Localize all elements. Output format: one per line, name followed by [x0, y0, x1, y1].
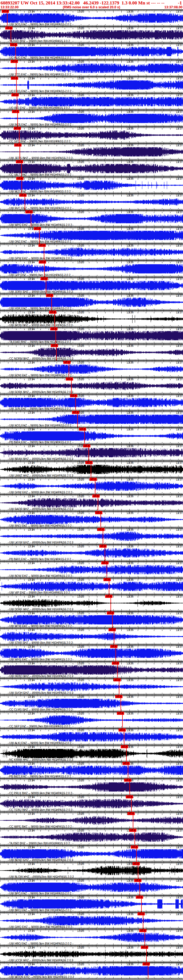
waveform-area[interactable] — [0, 431, 183, 441]
phase-pick-marker[interactable]: xT 4 — [85, 461, 93, 464]
waveform-area[interactable] — [0, 214, 183, 223]
channel-row-bro[interactable]: 13:3413:3513:3613:37 UW BRO EHZ -- 99999… — [0, 895, 183, 912]
channel-row-norm[interactable]: 13:3413:3513:3613:37 CC NORM BHZ -- 9999… — [0, 344, 183, 361]
waveform-canvas[interactable] — [0, 164, 183, 173]
phase-pick-marker[interactable]: xT 4 — [119, 729, 126, 732]
time-ruler[interactable]: 13:3413:3513:3613:37 — [0, 60, 183, 64]
waveform-area[interactable] — [0, 298, 183, 307]
channel-row-sep[interactable]: 13:3413:3513:3613:37 CC SEP EHZ -- 99999… — [0, 711, 183, 728]
waveform-canvas[interactable] — [0, 314, 183, 324]
channel-row-fris[interactable]: 13:3413:3513:3613:37 UO FRIS EHZ -- 9999… — [0, 76, 183, 93]
time-ruler[interactable]: 13:3413:3513:3613:37 — [0, 310, 183, 314]
waveform-area[interactable] — [0, 916, 183, 925]
waveform-area[interactable] — [0, 47, 183, 56]
phase-pick-marker[interactable]: xT 4 — [95, 511, 103, 514]
waveform-canvas[interactable] — [0, 765, 183, 775]
channel-row-lkvw[interactable]: 13:3413:3513:3613:37 UW LKVW EHZ -- 9999… — [0, 528, 183, 544]
channel-row-b004[interactable]: 13:3413:3513:3613:37 PB B004 EHZ -- 9999… — [0, 427, 183, 444]
phase-pick-marker[interactable]: xT 4 — [16, 177, 23, 180]
phase-pick-marker[interactable]: xT 4 — [133, 862, 140, 865]
time-ruler[interactable]: 13:3413:3513:3613:37 — [0, 76, 183, 80]
waveform-area[interactable] — [0, 264, 183, 274]
phase-pick-marker[interactable]: xT 4 — [34, 227, 41, 230]
time-ruler[interactable]: 13:3413:3513:3613:37 — [0, 862, 183, 866]
waveform-area[interactable] — [0, 682, 183, 691]
waveform-canvas[interactable] — [0, 899, 183, 909]
time-ruler[interactable]: 13:3413:3513:3613:37 — [0, 878, 183, 883]
waveform-canvas[interactable] — [0, 933, 183, 942]
channel-row-blow[interactable]: 13:3413:3513:3613:37 UW BLOW HHZ -- 9999… — [0, 862, 183, 878]
phase-pick-marker[interactable]: xT 4 — [39, 244, 46, 247]
phase-pick-marker[interactable]: xT 4 — [103, 578, 111, 581]
channel-row-std[interactable]: 13:3413:3513:3613:37 CC STD BHZ -- 99999… — [0, 126, 183, 143]
waveform-canvas[interactable] — [0, 64, 183, 73]
phase-pick-marker[interactable]: xT 4 — [11, 60, 18, 63]
phase-pick-marker[interactable]: xT 4 — [127, 812, 135, 815]
waveform-area[interactable] — [0, 632, 183, 641]
time-ruler[interactable]: 13:3413:3513:3613:37 — [0, 829, 183, 832]
time-ruler[interactable]: 13:3413:3513:3613:37 — [0, 126, 183, 130]
waveform-canvas[interactable] — [0, 715, 183, 725]
time-ruler[interactable]: 13:3413:3513:3613:37 — [0, 193, 183, 197]
waveform-area[interactable] — [0, 448, 183, 457]
phase-pick-marker[interactable]: xT 4 — [26, 210, 33, 213]
time-ruler[interactable]: 13:3413:3513:3613:37 — [0, 410, 183, 415]
time-ruler[interactable]: 13:3413:3513:3613:37 — [0, 277, 183, 281]
waveform-area[interactable] — [0, 665, 183, 675]
waveform-area[interactable] — [0, 197, 183, 207]
time-ruler[interactable]: 13:3413:3513:3613:37 — [0, 728, 183, 732]
channel-row-jun[interactable]: 13:3413:3513:3613:37 UW JUN EHZ -- 99999… — [0, 394, 183, 410]
waveform-area[interactable] — [0, 180, 183, 190]
channel-row-b003[interactable]: 13:3413:3513:3613:37 PB B003 EHZ -- 9999… — [0, 544, 183, 561]
waveform-area[interactable] — [0, 799, 183, 808]
time-ruler[interactable]: 13:3413:3513:3613:37 — [0, 795, 183, 799]
phase-pick-marker[interactable]: xT 4 — [79, 428, 86, 431]
phase-pick-marker[interactable]: xT 4 — [99, 545, 107, 548]
waveform-area[interactable] — [0, 114, 183, 123]
waveform-area[interactable] — [0, 816, 183, 825]
phase-pick-marker[interactable]: xT 4 — [5, 27, 13, 30]
phase-pick-marker[interactable]: xT 4 — [117, 712, 124, 715]
waveform-area[interactable] — [0, 164, 183, 173]
time-ruler[interactable]: 13:3413:3513:3613:37 — [0, 361, 183, 364]
phase-pick-marker[interactable]: xT 4 — [114, 678, 121, 681]
waveform-canvas[interactable] — [0, 749, 183, 758]
waveform-area[interactable] — [0, 13, 183, 23]
time-ruler[interactable]: 13:3413:3513:3613:37 — [0, 845, 183, 849]
waveform-area[interactable] — [0, 749, 183, 758]
waveform-area[interactable] — [0, 64, 183, 73]
waveform-canvas[interactable] — [0, 883, 183, 892]
phase-pick-marker[interactable]: xT 4 — [39, 261, 46, 264]
channel-row-fork[interactable]: 13:3413:3513:3613:37 UW FORK BHZ -- 9999… — [0, 377, 183, 394]
time-ruler[interactable]: 13:3413:3513:3613:37 — [0, 427, 183, 431]
waveform-canvas[interactable] — [0, 114, 183, 123]
phase-pick-marker[interactable]: xT 4 — [101, 561, 109, 565]
time-ruler[interactable]: 13:3413:3513:3613:37 — [0, 26, 183, 30]
channel-row-valt[interactable]: 13:3413:3513:3613:37 CC VALT BHZ -- 9999… — [0, 160, 183, 177]
waveform-canvas[interactable] — [0, 331, 183, 340]
waveform-canvas[interactable] — [0, 598, 183, 608]
channel-row-e04d[interactable]: 13:3413:3513:3613:37 TA E04D BHZ -- 9999… — [0, 327, 183, 344]
waveform-area[interactable] — [0, 866, 183, 875]
time-ruler[interactable]: 13:3413:3513:3613:37 — [0, 595, 183, 598]
waveform-canvas[interactable] — [0, 782, 183, 792]
waveform-canvas[interactable] — [0, 214, 183, 223]
waveform-canvas[interactable] — [0, 916, 183, 925]
time-ruler[interactable]: 13:3413:3513:3613:37 — [0, 678, 183, 682]
time-ruler[interactable]: 13:3413:3513:3613:37 — [0, 544, 183, 548]
channel-row-prlk[interactable]: 13:3413:3513:3613:37 CC PRLK BHZ -- 9999… — [0, 778, 183, 795]
time-ruler[interactable]: 13:3413:3513:3613:37 — [0, 528, 183, 531]
channel-row-whs[interactable]: 13:3413:3513:3613:37 UW WHS EHZ -- 99999… — [0, 644, 183, 661]
phase-pick-marker[interactable]: xT 4 — [121, 745, 128, 748]
phase-pick-marker[interactable]: xT 4 — [138, 912, 145, 915]
waveform-area[interactable] — [0, 548, 183, 558]
waveform-area[interactable] — [0, 598, 183, 608]
waveform-canvas[interactable] — [0, 364, 183, 374]
phase-pick-marker[interactable]: xT 4 — [16, 160, 23, 163]
channel-row-rno[interactable]: 13:3413:3513:3613:37 UW RNO EHZ -- 99999… — [0, 511, 183, 528]
waveform-area[interactable] — [0, 615, 183, 625]
phase-pick-marker[interactable]: xT 4 — [134, 879, 141, 882]
waveform-canvas[interactable] — [0, 732, 183, 741]
channel-row-mtm[interactable]: 13:3413:3513:3613:37 UW MTM EHZ -- 99999… — [0, 611, 183, 628]
time-ruler[interactable]: 13:3413:3513:3613:37 — [0, 711, 183, 715]
